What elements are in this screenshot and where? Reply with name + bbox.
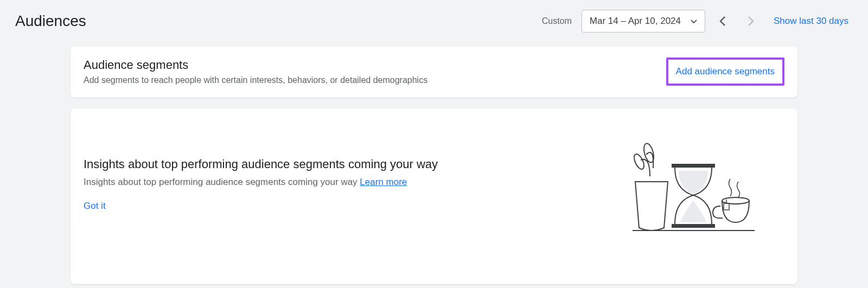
previous-period-button[interactable]: [712, 10, 733, 32]
page-title: Audiences: [15, 12, 86, 30]
show-last-30-days-link[interactable]: Show last 30 days: [774, 16, 848, 27]
insights-illustration: [627, 141, 757, 241]
chevron-down-icon: [691, 16, 697, 27]
audience-segments-card: Audience segments Add segments to reach …: [71, 47, 797, 98]
header-controls: Custom Mar 14 – Apr 10, 2024 Show last 3…: [542, 10, 853, 33]
insights-card: Insights about top performing audience s…: [71, 108, 797, 284]
learn-more-link[interactable]: Learn more: [360, 177, 407, 187]
insights-desc-text: Insights about top performing audience s…: [84, 177, 358, 187]
svg-rect-2: [672, 164, 715, 168]
segments-card-subtitle: Add segments to reach people with certai…: [84, 75, 427, 85]
segments-card-title: Audience segments: [84, 58, 427, 72]
got-it-button[interactable]: Got it: [84, 201, 106, 212]
next-period-button[interactable]: [740, 10, 762, 32]
svg-rect-3: [672, 224, 715, 228]
date-range-type-label: Custom: [542, 16, 572, 26]
date-range-value: Mar 14 – Apr 10, 2024: [590, 16, 681, 27]
date-range-picker[interactable]: Mar 14 – Apr 10, 2024: [582, 10, 705, 33]
insights-title: Insights about top performing audience s…: [84, 157, 438, 171]
insights-description: Insights about top performing audience s…: [84, 177, 438, 188]
svg-point-1: [632, 152, 646, 170]
add-audience-segments-button[interactable]: Add audience segments: [666, 57, 784, 86]
